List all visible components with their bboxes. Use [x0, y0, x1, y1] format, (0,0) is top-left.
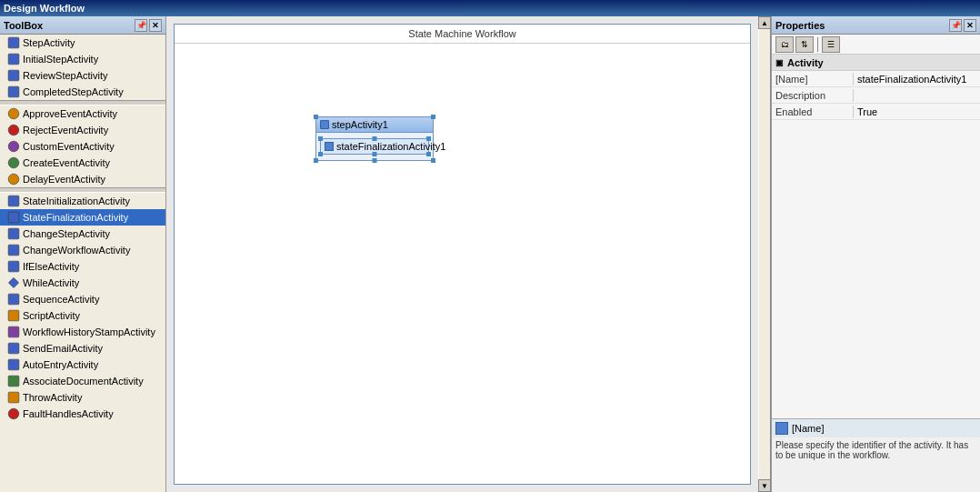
- svg-rect-0: [8, 37, 19, 48]
- toolbox-item-fault-handles-activity[interactable]: FaultHandlesActivity: [0, 406, 165, 422]
- handle-br: [426, 152, 431, 156]
- properties-pin-icon[interactable]: 📌: [949, 19, 962, 32]
- toolbox-item-sequence-activity[interactable]: SequenceActivity: [0, 291, 165, 307]
- outer-handle-tr: [431, 115, 435, 119]
- properties-panel: Properties 📌 ✕ 🗂 ⇅ ☰ ▣ Activity [Name]st…: [771, 16, 980, 492]
- sm-node-body: stateFinalizationActivity1: [316, 133, 433, 160]
- svg-rect-16: [8, 310, 19, 321]
- prop-row-2: EnabledTrue: [772, 104, 980, 120]
- toolbox-item-icon-completed-step-activity: [7, 85, 20, 98]
- prop-sort-az-button[interactable]: 🗂: [775, 36, 794, 53]
- toolbox-item-label-create-event-activity: CreateEventActivity: [23, 157, 110, 168]
- toolbox-item-associate-document-activity[interactable]: AssociateDocumentActivity: [0, 373, 165, 389]
- outer-handle-br: [431, 158, 435, 163]
- toolbox-item-label-reject-event-activity: RejectEventActivity: [23, 125, 108, 136]
- canvas-content[interactable]: stepActivity1 stateFinalizationActivity1: [175, 44, 750, 481]
- toolbox-item-label-workflow-history-stamp: WorkflowHistoryStampActivity: [23, 326, 155, 337]
- toolbox-item-label-state-init-activity: StateInitializationActivity: [23, 196, 130, 206]
- scroll-track[interactable]: [759, 29, 770, 479]
- toolbox-item-review-step-activity[interactable]: ReviewStepActivity: [0, 67, 165, 84]
- svg-rect-14: [8, 277, 19, 288]
- toolbox-header: ToolBox 📌 ✕: [0, 16, 165, 35]
- toolbox-item-label-change-step-activity: ChangeStepActivity: [23, 228, 110, 239]
- svg-rect-17: [8, 326, 19, 337]
- properties-footer-header: [Name]: [772, 419, 980, 437]
- canvas-inner: State Machine Workflow stepActivity1 sta…: [174, 24, 751, 485]
- sm-node-title: stepActivity1: [332, 119, 388, 130]
- handle-tm: [373, 136, 377, 141]
- handle-tl: [318, 136, 323, 141]
- svg-rect-1: [8, 54, 19, 65]
- toolbox-item-icon-state-final-activity: [7, 211, 20, 224]
- scroll-down-button[interactable]: ▼: [758, 479, 771, 492]
- prop-section-expand-icon[interactable]: ▣: [775, 58, 784, 67]
- toolbox-item-icon-fault-handles-activity: [7, 407, 20, 420]
- sm-node-child[interactable]: stateFinalizationActivity1: [320, 138, 429, 155]
- toolbox-item-workflow-history-stamp[interactable]: WorkflowHistoryStampActivity: [0, 324, 165, 340]
- scroll-up-button[interactable]: ▲: [758, 16, 771, 29]
- toolbox-item-icon-auto-entry-activity: [7, 358, 20, 371]
- toolbox-item-label-approve-event-activity: ApproveEventActivity: [23, 108, 117, 119]
- toolbox-item-approve-event-activity[interactable]: ApproveEventActivity: [0, 105, 165, 122]
- toolbox-item-step-activity[interactable]: StepActivity: [0, 35, 165, 51]
- toolbox-item-icon-workflow-history-stamp: [7, 326, 20, 338]
- state-machine-node[interactable]: stepActivity1 stateFinalizationActivity1: [315, 116, 434, 161]
- toolbox-item-icon-throw-activity: [7, 391, 20, 404]
- toolbox-item-script-activity[interactable]: ScriptActivity: [0, 307, 165, 324]
- toolbox-item-completed-step-activity[interactable]: CompletedStepActivity: [0, 84, 165, 100]
- prop-value-0[interactable]: stateFinalizationActivity1: [854, 73, 980, 85]
- toolbox-item-send-email-activity[interactable]: SendEmailActivity: [0, 340, 165, 356]
- svg-rect-6: [8, 141, 19, 152]
- toolbox-item-create-event-activity[interactable]: CreateEventActivity: [0, 155, 165, 171]
- title-bar-label: Design Workflow: [4, 3, 85, 14]
- properties-close-icon[interactable]: ✕: [964, 19, 976, 32]
- toolbox-item-custom-event-activity[interactable]: CustomEventActivity: [0, 138, 165, 155]
- prop-rows-container: [Name]stateFinalizationActivity1Descript…: [772, 71, 980, 120]
- svg-rect-5: [8, 125, 19, 136]
- toolbox-item-icon-change-step-activity: [7, 227, 20, 240]
- toolbox-item-auto-entry-activity[interactable]: AutoEntryActivity: [0, 356, 165, 373]
- footer-description-text: Please specify the identifier of the act…: [772, 437, 980, 492]
- toolbox-item-change-step-activity[interactable]: ChangeStepActivity: [0, 226, 165, 242]
- toolbox-item-icon-custom-event-activity: [7, 140, 20, 153]
- properties-header-icons: 📌 ✕: [949, 19, 976, 32]
- sm-child-label: stateFinalizationActivity1: [336, 141, 445, 152]
- toolbox-item-initial-step-activity[interactable]: InitialStepActivity: [0, 51, 165, 67]
- toolbox-item-icon-review-step-activity: [7, 69, 20, 82]
- svg-rect-21: [8, 392, 19, 403]
- prop-toolbar-separator: [817, 37, 818, 52]
- toolbox-item-throw-activity[interactable]: ThrowActivity: [0, 389, 165, 406]
- toolbox-item-state-init-activity[interactable]: StateInitializationActivity: [0, 193, 165, 209]
- toolbox-close-icon[interactable]: ✕: [149, 19, 162, 32]
- toolbox-item-state-final-activity[interactable]: StateFinalizationActivity: [0, 209, 165, 226]
- prop-value-1[interactable]: [854, 95, 980, 96]
- prop-value-2[interactable]: True: [854, 105, 980, 118]
- prop-sort-button[interactable]: ⇅: [795, 36, 814, 53]
- toolbox-item-ifelse-activity[interactable]: IfElseActivity: [0, 258, 165, 275]
- properties-toolbar: 🗂 ⇅ ☰: [772, 35, 980, 55]
- prop-page-button[interactable]: ☰: [822, 36, 840, 53]
- toolbox-title: ToolBox: [4, 20, 43, 31]
- toolbox-item-delay-event-activity[interactable]: DelayEventActivity: [0, 171, 165, 187]
- toolbox-item-label-delay-event-activity: DelayEventActivity: [23, 174, 105, 185]
- sm-node-header: stepActivity1: [316, 117, 433, 133]
- prop-label-0: [Name]: [772, 73, 854, 85]
- toolbox-item-icon-step-activity: [7, 36, 20, 49]
- toolbox-item-label-completed-step-activity: CompletedStepActivity: [23, 86, 124, 97]
- toolbox-pin-icon[interactable]: 📌: [135, 19, 147, 32]
- prop-row-0: [Name]stateFinalizationActivity1: [772, 71, 980, 87]
- toolbox-item-change-workflow-activity[interactable]: ChangeWorkflowActivity: [0, 242, 165, 258]
- toolbox-item-label-ifelse-activity: IfElseActivity: [23, 261, 79, 272]
- svg-rect-12: [8, 245, 19, 256]
- sm-child-icon: [325, 142, 334, 151]
- svg-rect-10: [8, 212, 19, 223]
- toolbox-item-label-review-step-activity: ReviewStepActivity: [23, 70, 108, 81]
- toolbox-item-reject-event-activity[interactable]: RejectEventActivity: [0, 122, 165, 138]
- outer-handle-tl: [314, 115, 318, 119]
- toolbox-item-while-activity[interactable]: WhileActivity: [0, 275, 165, 291]
- svg-rect-19: [8, 359, 19, 370]
- title-bar: Design Workflow: [0, 0, 980, 16]
- sm-node-header-icon: [320, 120, 329, 129]
- svg-rect-20: [8, 376, 19, 387]
- vertical-scrollbar[interactable]: ▲ ▼: [758, 16, 771, 492]
